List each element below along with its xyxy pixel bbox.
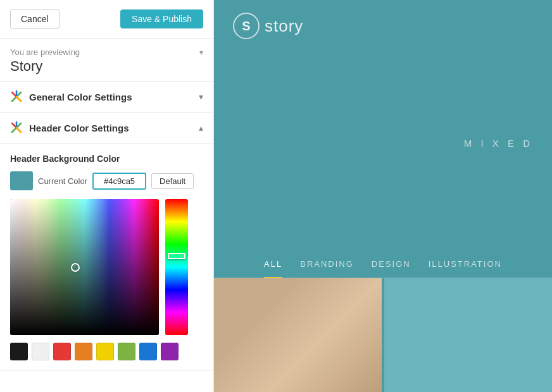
swatch-white[interactable] bbox=[32, 343, 49, 360]
hue-handle[interactable] bbox=[168, 253, 185, 259]
swatch-black[interactable] bbox=[10, 343, 28, 360]
current-color-swatch bbox=[10, 171, 33, 190]
site-logo: S story bbox=[233, 13, 303, 39]
tab-design[interactable]: DESIGN bbox=[372, 259, 411, 273]
mixed-label: M I X E D bbox=[464, 138, 533, 149]
swatch-red[interactable] bbox=[53, 343, 71, 360]
default-button[interactable]: Default bbox=[151, 173, 194, 189]
color-swatches bbox=[10, 343, 203, 360]
color-x-icon-general bbox=[10, 90, 23, 103]
header-color-title: Header Color Settings bbox=[29, 123, 129, 133]
header-color-section-header[interactable]: Header Color Settings ▴ bbox=[0, 113, 213, 144]
header-color-chevron-icon[interactable]: ▴ bbox=[199, 123, 203, 133]
swatch-orange[interactable] bbox=[75, 343, 92, 360]
hex-input[interactable] bbox=[92, 173, 146, 190]
site-preview-panel: S story M I X E D ALL BRANDING DESIGN IL… bbox=[214, 0, 552, 392]
swatch-yellow[interactable] bbox=[96, 343, 114, 360]
tab-all[interactable]: ALL bbox=[264, 259, 282, 278]
svg-line-3 bbox=[16, 97, 21, 101]
logo-circle: S bbox=[233, 13, 260, 39]
color-picker-section: Header Background Color Current Color De… bbox=[0, 144, 213, 371]
logo-letter: S bbox=[242, 19, 250, 34]
preview-chevron-icon[interactable]: ▾ bbox=[199, 48, 203, 57]
left-panel: Cancel Save & Publish You are previewing… bbox=[0, 0, 214, 392]
general-color-section-left: General Color Settings bbox=[10, 90, 132, 103]
tab-illustration[interactable]: ILLUSTRATION bbox=[429, 259, 502, 273]
cancel-button[interactable]: Cancel bbox=[10, 9, 60, 29]
general-color-section-header[interactable]: General Color Settings ▾ bbox=[0, 82, 213, 113]
previewing-text: You are previewing bbox=[10, 47, 80, 57]
svg-line-7 bbox=[16, 128, 21, 132]
site-tabs: ALL BRANDING DESIGN ILLUSTRATION bbox=[214, 259, 552, 278]
color-controls: Current Color Default bbox=[10, 171, 203, 190]
save-publish-button[interactable]: Save & Publish bbox=[120, 9, 203, 28]
header-color-section-left: Header Color Settings bbox=[10, 121, 129, 134]
logo-text: story bbox=[265, 16, 303, 36]
tab-branding[interactable]: BRANDING bbox=[300, 259, 354, 273]
image-2 bbox=[384, 278, 552, 392]
gradient-black-layer bbox=[10, 199, 159, 335]
site-name: Story bbox=[10, 58, 203, 75]
site-header: S story bbox=[214, 0, 552, 52]
color-gradient-canvas[interactable] bbox=[10, 199, 159, 335]
picker-cursor[interactable] bbox=[71, 263, 80, 272]
top-bar: Cancel Save & Publish bbox=[0, 0, 213, 39]
picker-wrapper bbox=[10, 199, 203, 335]
bottom-images bbox=[214, 278, 552, 392]
swatch-blue[interactable] bbox=[139, 343, 157, 360]
current-color-label: Current Color bbox=[38, 176, 87, 186]
color-x-icon-header bbox=[10, 121, 23, 134]
image-1 bbox=[214, 278, 382, 392]
preview-section: You are previewing ▾ Story bbox=[0, 39, 213, 82]
general-color-title: General Color Settings bbox=[29, 92, 132, 102]
general-color-chevron-icon[interactable]: ▾ bbox=[199, 92, 203, 102]
photo-person bbox=[214, 278, 382, 392]
swatch-purple[interactable] bbox=[161, 343, 179, 360]
preview-label: You are previewing ▾ bbox=[10, 47, 203, 57]
site-content-area: M I X E D bbox=[214, 52, 552, 259]
hue-slider[interactable] bbox=[165, 199, 188, 335]
swatch-green[interactable] bbox=[118, 343, 135, 360]
color-picker-title: Header Background Color bbox=[10, 154, 203, 164]
